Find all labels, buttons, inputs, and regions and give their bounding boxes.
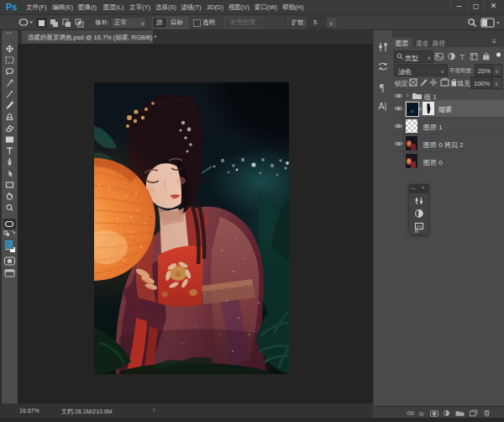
svg-text:T: T bbox=[460, 52, 465, 61]
svg-text:fx: fx bbox=[419, 410, 424, 418]
svg-text:¶: ¶ bbox=[380, 82, 385, 93]
svg-text:A|: A| bbox=[379, 101, 387, 111]
